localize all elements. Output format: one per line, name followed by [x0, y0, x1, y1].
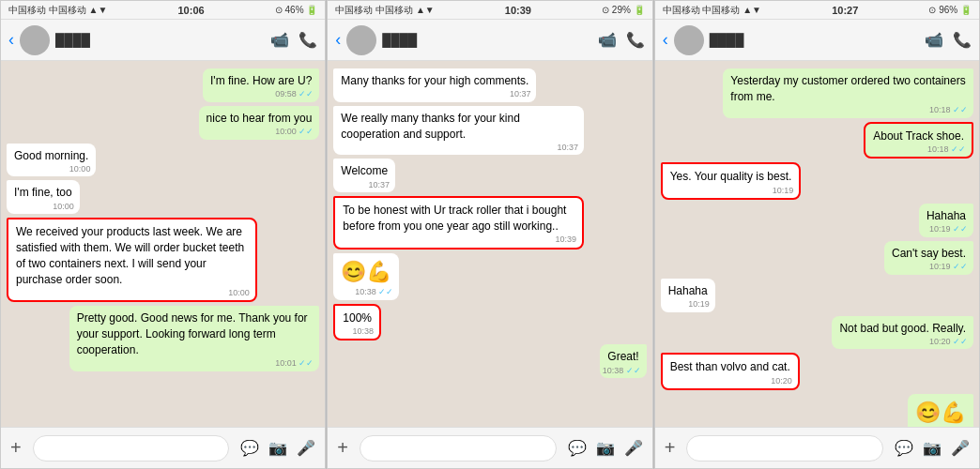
phone-icon[interactable]: 📞	[953, 31, 972, 49]
message-text: nice to hear from you	[207, 112, 313, 125]
message-row: 100%10:38	[333, 304, 646, 341]
camera-icon[interactable]: 📷	[268, 439, 287, 457]
message-bubble: Yesterday my customer ordered two contai…	[723, 68, 973, 118]
time-label: 10:27	[832, 5, 858, 16]
header-icons: 📹 📞	[925, 31, 972, 49]
message-time: 10:20	[771, 375, 792, 387]
bubble-icon[interactable]: 💬	[240, 439, 259, 457]
message-text: 100%	[343, 311, 372, 325]
plus-button[interactable]: +	[665, 437, 676, 459]
message-row: Best than volvo and cat.10:20	[661, 353, 973, 390]
message-text: Welcome	[341, 164, 388, 177]
bubble-icon[interactable]: 💬	[568, 439, 587, 457]
carrier-label: 中国移动 中国移动 ▲▼	[335, 4, 434, 17]
read-ticks: ✓✓	[378, 287, 393, 296]
chat-bottom-bar: + 💬 📷 🎤	[1, 427, 325, 468]
bottom-icons: 💬 📷 🎤	[240, 439, 315, 457]
message-time: 10:18 ✓✓	[929, 104, 968, 116]
message-row: Hahaha10:19 ✓✓	[661, 204, 973, 237]
camera-icon[interactable]: 📷	[596, 439, 615, 457]
message-time: 10:19	[773, 185, 794, 197]
message-bubble: Hahaha10:19	[661, 279, 715, 312]
message-time: 10:37	[557, 142, 578, 154]
message-bubble: Many thanks for your high comments.10:37	[333, 68, 536, 102]
plus-button[interactable]: +	[337, 437, 348, 459]
back-button[interactable]: ‹	[663, 30, 668, 50]
back-button[interactable]: ‹	[335, 30, 341, 50]
message-input[interactable]	[33, 435, 230, 461]
emoji-content: 😊💪	[341, 260, 391, 283]
message-row: Hahaha10:19	[661, 279, 973, 312]
battery-label: ⊙ 96% 🔋	[928, 5, 972, 15]
phone-icon[interactable]: 📞	[626, 31, 645, 49]
status-bar: 中国移动 中国移动 ▲▼ 10:39 ⊙ 29% 🔋	[328, 1, 651, 20]
message-text: Pretty good. Good news for me. Thank you…	[77, 311, 308, 356]
message-text: Can't say best.	[892, 247, 966, 260]
message-row: We received your products last week. We …	[7, 218, 319, 302]
message-text: Good morning.	[14, 149, 88, 162]
message-time: 10:37	[369, 179, 390, 191]
bubble-icon[interactable]: 💬	[895, 439, 913, 457]
back-button[interactable]: ‹	[8, 30, 14, 50]
message-row: About Track shoe.10:18 ✓✓	[661, 122, 973, 159]
message-bubble: To be honest with Ur track roller that i…	[333, 196, 584, 250]
message-row: To be honest with Ur track roller that i…	[333, 196, 646, 250]
message-bubble: Great!10:38 ✓✓	[600, 344, 646, 378]
message-bubble: We received your products last week. We …	[7, 218, 257, 302]
message-row: 😊💪10:38 ✓✓	[333, 253, 646, 300]
message-bubble: Best than volvo and cat.10:20	[661, 353, 800, 390]
message-row: Can't say best.10:19 ✓✓	[661, 241, 973, 275]
camera-icon[interactable]: 📷	[923, 439, 942, 457]
avatar	[346, 25, 376, 55]
header-icons: 📹 📞	[270, 31, 317, 49]
read-ticks: ✓✓	[953, 224, 968, 234]
message-bubble: nice to hear from you10:00 ✓✓	[199, 106, 320, 140]
message-row: Welcome10:37	[333, 159, 646, 192]
carrier-label: 中国移动 中国移动 ▲▼	[663, 4, 761, 17]
carrier-label: 中国移动 中国移动 ▲▼	[8, 4, 107, 17]
message-bubble: 100%10:38	[333, 304, 381, 341]
message-text: Many thanks for your high comments.	[341, 74, 528, 87]
message-text: About Track shoe.	[873, 129, 964, 143]
message-row: Many thanks for your high comments.10:37	[333, 68, 646, 102]
message-input[interactable]	[686, 435, 883, 461]
message-time: 10:38 ✓✓	[355, 286, 393, 298]
message-time: 10:00	[53, 201, 74, 213]
message-time: 10:38	[353, 325, 375, 338]
message-bubble: About Track shoe.10:18 ✓✓	[864, 122, 973, 159]
video-icon[interactable]: 📹	[270, 31, 289, 49]
read-ticks: ✓✓	[951, 144, 966, 154]
video-icon[interactable]: 📹	[598, 31, 617, 49]
message-bubble: 😊💪10:38 ✓✓	[333, 253, 399, 300]
message-row: Not bad but good. Really.10:20 ✓✓	[661, 316, 973, 350]
contact-name: ████	[382, 33, 591, 47]
mic-icon[interactable]: 🎤	[297, 439, 315, 457]
message-text: I'm fine, too	[14, 186, 72, 199]
contact-name: ████	[710, 33, 919, 47]
chat-header: ‹ ████ 📹 📞	[1, 20, 325, 61]
message-time: 10:19 ✓✓	[929, 261, 968, 273]
read-ticks: ✓✓	[299, 89, 314, 98]
plus-button[interactable]: +	[10, 437, 22, 459]
message-bubble: We really many thanks for your kind coop…	[333, 106, 584, 156]
mic-icon[interactable]: 🎤	[624, 439, 643, 457]
mic-icon[interactable]: 🎤	[951, 439, 970, 457]
message-row: We really many thanks for your kind coop…	[333, 106, 646, 156]
message-bubble: Welcome10:37	[333, 159, 395, 192]
message-bubble: I'm fine, too10:00	[7, 180, 80, 214]
read-ticks: ✓✓	[626, 366, 641, 375]
message-input[interactable]	[360, 435, 557, 461]
message-row: Yes. Your quality is best.10:19	[661, 162, 973, 200]
message-text: Hahaha	[668, 284, 708, 297]
chat-body: Many thanks for your high comments.10:37…	[328, 61, 651, 427]
video-icon[interactable]: 📹	[925, 31, 943, 49]
message-row: Yesterday my customer ordered two contai…	[661, 68, 973, 118]
message-time: 10:37	[510, 88, 531, 100]
time-label: 10:39	[505, 5, 531, 16]
message-row: I'm fine. How are U?09:58 ✓✓	[7, 68, 319, 102]
phone-icon[interactable]: 📞	[299, 31, 317, 49]
avatar	[20, 25, 50, 55]
phone-panel-1: 中国移动 中国移动 ▲▼ 10:06 ⊙ 46% 🔋 ‹ ████ 📹 📞 I'…	[0, 0, 326, 469]
message-text: I'm fine. How are U?	[210, 74, 312, 87]
message-time: 10:00 ✓✓	[275, 126, 314, 138]
